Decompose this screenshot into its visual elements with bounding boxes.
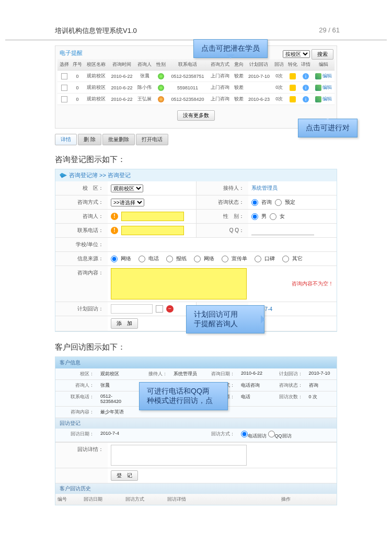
table-header: 回访	[272, 59, 285, 71]
campus-select[interactable]: 观前校区	[111, 184, 143, 192]
table-header: 计划回访	[245, 59, 272, 71]
visit-qq-radio[interactable]	[268, 431, 275, 437]
way-select[interactable]: >>请选择	[111, 199, 144, 206]
name-input[interactable]	[121, 212, 184, 221]
edit-icon[interactable]	[315, 96, 321, 102]
status-radio-1[interactable]	[251, 199, 258, 206]
phone-label: 联系电话：	[55, 224, 108, 237]
no-more-button[interactable]: 没有更多数	[177, 110, 215, 121]
src-radio[interactable]	[282, 256, 289, 262]
callout-visit: 可进行电话和QQ两 种模式进行回访，点	[139, 382, 228, 410]
hist-header: 编号	[55, 494, 82, 505]
gender-icon	[158, 85, 164, 91]
bird-icon	[60, 173, 67, 178]
src-radio[interactable]	[111, 256, 118, 262]
tab-2[interactable]: 批量删除	[102, 134, 135, 145]
calendar-icon[interactable]	[156, 305, 163, 313]
plan-input[interactable]	[111, 304, 153, 314]
search-button[interactable]: 搜索	[312, 49, 333, 60]
section-heading-1: 咨询登记图示如下：	[55, 155, 337, 165]
info-icon[interactable]: i	[303, 96, 309, 102]
checkbox-icon[interactable]	[61, 96, 67, 102]
doc-title: 培训机构信息管理系统V1.0	[55, 26, 137, 36]
delete-icon[interactable]: −	[166, 305, 174, 313]
table-row: 0观前校区2010-6-22张晨0512-52358751上门咨询较差2010-…	[57, 71, 335, 82]
table-header: 序号	[71, 59, 84, 71]
recv-label: 接待人：	[196, 181, 248, 195]
convert-icon[interactable]	[290, 73, 296, 79]
way-label: 咨询方式：	[55, 195, 108, 209]
campus-label: 校 区：	[55, 181, 108, 195]
table-header: 咨询人	[135, 59, 154, 71]
breadcrumb: 咨询登记簿 >> 咨询登记	[69, 171, 131, 179]
filter-select[interactable]: 按校区	[283, 50, 310, 58]
src-radio[interactable]	[194, 256, 201, 262]
gender-icon	[158, 73, 164, 79]
visit-phone-radio[interactable]	[241, 431, 248, 437]
tab-bar: 详情删 除批量删除打开电话	[55, 134, 337, 145]
checkbox-icon[interactable]	[61, 73, 67, 79]
table-header: 选择	[57, 59, 71, 71]
history-section: 客户回访历史	[55, 483, 337, 494]
sex-label: 性 别：	[196, 210, 248, 223]
sex-radio-m[interactable]	[251, 213, 258, 220]
table-row: 0观前校区2010-6-22王弘展0512-52358420上门咨询较差2010…	[57, 94, 335, 105]
tab-1[interactable]: 删 除	[78, 134, 101, 145]
table-header: 详情	[299, 59, 312, 71]
hist-header: 回访方式	[123, 494, 165, 505]
hist-header: 回访详情	[165, 494, 279, 505]
data-table: 选择序号校区名称咨询时间咨询人性别联系电话咨询方式意向计划回访回访转化详情编辑 …	[57, 59, 335, 105]
required-icon: !	[111, 227, 118, 234]
required-icon: !	[111, 213, 118, 220]
save-visit-button[interactable]: 登 记	[111, 470, 138, 481]
tab-3[interactable]: 打开电话	[136, 134, 168, 145]
table-header: 联系电话	[167, 59, 207, 71]
table-header: 转化	[286, 59, 299, 71]
table-row: 0观前校区2010-6-22陈小伟55981011上门咨询较差0次i 编辑	[57, 82, 335, 94]
info-icon[interactable]: i	[303, 73, 309, 79]
table-header: 咨询时间	[108, 59, 135, 71]
status-label: 咨询状态：	[196, 195, 248, 209]
doc-page: 29 / 61	[319, 26, 340, 36]
sex-radio-f[interactable]	[270, 213, 276, 220]
phone-input[interactable]	[121, 226, 184, 235]
edit-icon[interactable]	[315, 73, 321, 79]
addr-label: 学校/单位：	[55, 238, 108, 251]
submit-button[interactable]: 添 加	[111, 318, 138, 329]
table-header: 性别	[154, 59, 167, 71]
cust-header: 客户信息	[55, 357, 337, 368]
table-header: 校区名称	[84, 59, 108, 71]
register-form: 咨询登记簿 >> 咨询登记 校 区： 观前校区 接待人： 系统管理员 咨询方式：…	[55, 169, 337, 332]
callout-right: 点击可进行对	[298, 119, 358, 137]
table-header: 编辑	[313, 59, 335, 71]
src-radio[interactable]	[255, 256, 261, 262]
name-label: 咨询人：	[55, 210, 108, 223]
src-radio[interactable]	[139, 256, 145, 262]
src-radio[interactable]	[222, 256, 228, 262]
src-label: 信息来源：	[55, 252, 108, 266]
convert-icon[interactable]	[290, 85, 296, 91]
convert-icon[interactable]	[290, 96, 296, 102]
warning-text: 咨询内容不为空！	[292, 280, 333, 287]
visit-detail-textarea[interactable]	[111, 445, 247, 466]
edit-icon[interactable]	[315, 85, 321, 91]
info-icon[interactable]: i	[303, 85, 309, 91]
content-label: 咨询内容：	[55, 266, 108, 302]
customer-panel: 客户信息 校区：观前校区 接待人：系统管理员 咨询日期：2010-6-22 计划…	[55, 356, 337, 505]
callout-top: 点击可把潜在学员	[193, 39, 268, 58]
hist-header: 回访日期	[82, 494, 123, 505]
qq-input[interactable]	[251, 226, 314, 235]
plan-label: 计划回访：	[55, 302, 108, 316]
tab-0[interactable]: 详情	[55, 134, 77, 145]
hist-header: 操作	[279, 494, 337, 505]
status-radio-2[interactable]	[275, 199, 282, 206]
recv-value: 系统管理员	[251, 184, 278, 192]
src-radio[interactable]	[166, 256, 173, 262]
section-heading-2: 客户回访图示如下：	[55, 342, 337, 352]
callout-plan: 计划回访可用 于提醒咨询人	[186, 305, 264, 333]
qq-label: Q Q：	[196, 224, 248, 237]
checkbox-icon[interactable]	[61, 85, 67, 91]
gender-icon	[158, 96, 164, 102]
visit-section: 回访登记	[55, 418, 337, 429]
content-textarea[interactable]	[111, 268, 247, 299]
